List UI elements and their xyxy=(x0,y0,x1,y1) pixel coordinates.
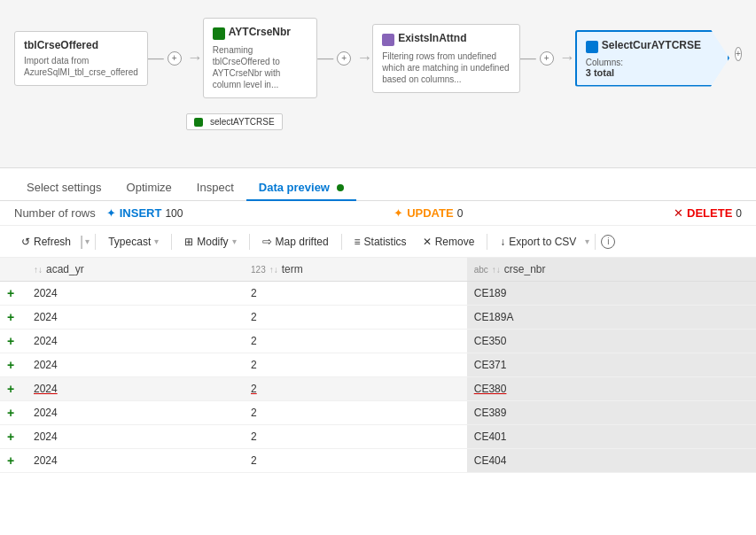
cell-acad-yr: 2024 xyxy=(27,306,244,330)
cell-term: 2 xyxy=(244,282,467,306)
row-plus[interactable]: + xyxy=(0,401,27,425)
divider-5 xyxy=(487,234,487,250)
insert-label: INSERT xyxy=(120,206,162,220)
map-drifted-icon: ⇨ xyxy=(262,235,272,248)
tab-select-settings[interactable]: Select settings xyxy=(14,175,114,201)
insert-star: ✦ xyxy=(106,206,116,220)
arrow-5: — xyxy=(520,49,536,67)
arrow-2: → xyxy=(187,49,203,67)
bottom-section: Select settings Optimize Inspect Data pr… xyxy=(0,168,756,535)
add-btn-1[interactable]: + xyxy=(168,51,182,66)
node-title-4: SelectCurAYTCRSE xyxy=(602,39,701,51)
statistics-label: Statistics xyxy=(364,236,407,248)
row-plus[interactable]: + xyxy=(0,425,27,449)
node-columns-4: 3 total xyxy=(586,67,701,78)
row-plus[interactable]: + xyxy=(0,306,27,330)
col-header-crse: crse_nbr xyxy=(504,263,546,275)
cell-term: 2 xyxy=(244,330,467,353)
table-row: +20242CE371 xyxy=(0,353,756,377)
tab-inspect[interactable]: Inspect xyxy=(184,175,246,201)
cell-term: 2 xyxy=(244,306,467,330)
node-box-AYTCrseNbr[interactable]: AYTCrseNbr Renaming tblCrseOffered to AY… xyxy=(203,18,317,98)
table-row: +20242CE380 xyxy=(0,377,756,401)
remove-button[interactable]: ✕ Remove xyxy=(416,232,482,252)
connector-2: — + → xyxy=(317,49,372,67)
node-tblCrseOffered: tblCrseOffered Import data from AzureSql… xyxy=(14,31,148,86)
node-box-select[interactable]: SelectCurAYTCRSE Columns: 3 total xyxy=(575,30,729,87)
update-label: UPDATE xyxy=(407,206,453,220)
cell-term: 2 xyxy=(244,425,467,449)
arrow-4: → xyxy=(356,49,372,67)
node-desc-1: Import data from AzureSqlMI_tbl_crse_off… xyxy=(24,55,138,78)
sort-icon-term: ↑↓ xyxy=(269,265,278,275)
th-acad-yr[interactable]: ↑↓ acad_yr xyxy=(27,258,244,282)
modify-button[interactable]: ⊞ Modify ▾ xyxy=(177,232,243,252)
refresh-button[interactable]: ↺ Refresh xyxy=(14,232,78,252)
table-row: +20242CE350 xyxy=(0,330,756,353)
tab-optimize[interactable]: Optimize xyxy=(114,175,184,201)
node-box-ExistsInAttnd[interactable]: ExistsInAttnd Filtering rows from undefi… xyxy=(372,24,520,93)
node-box-tblCrseOffered[interactable]: tblCrseOffered Import data from AzureSql… xyxy=(14,31,148,86)
info-icon[interactable]: i xyxy=(601,235,615,249)
export-icon: ↓ xyxy=(500,236,505,248)
node-title-1: tblCrseOffered xyxy=(24,39,138,51)
term-badge: 123 xyxy=(251,265,266,275)
refresh-dropdown[interactable]: ▾ xyxy=(85,236,90,246)
table-header-row: ↑↓ acad_yr 123 ↑↓ term abc xyxy=(0,258,756,282)
row-plus[interactable]: + xyxy=(0,449,27,473)
remove-label: Remove xyxy=(435,236,475,248)
cell-term: 2 xyxy=(244,401,467,425)
arrow-1: — xyxy=(148,49,164,67)
divider-3 xyxy=(249,234,250,250)
refresh-chevron[interactable]: | xyxy=(80,234,83,250)
export-chevron[interactable]: ▾ xyxy=(585,236,589,246)
table-row: +20242CE189A xyxy=(0,306,756,330)
typecast-button[interactable]: Typecast ▾ xyxy=(101,232,166,252)
sort-icon-crse: ↑↓ xyxy=(492,265,501,275)
refresh-label: Refresh xyxy=(34,236,71,248)
divider-4 xyxy=(341,234,342,250)
tab-data-preview-label: Data preview xyxy=(259,181,330,194)
pipeline-nodes: tblCrseOffered Import data from AzureSql… xyxy=(14,18,742,98)
cell-crse-nbr: CE401 xyxy=(467,425,756,449)
add-btn-2[interactable]: + xyxy=(337,51,351,66)
th-crse-nbr[interactable]: abc ↑↓ crse_nbr xyxy=(467,258,756,282)
node-icon-row-4: SelectCurAYTCRSE xyxy=(586,39,701,55)
update-val: 0 xyxy=(457,207,464,220)
sub-node-selectAYTCRSE[interactable]: selectAYTCRSE xyxy=(186,113,283,130)
add-btn-4[interactable]: + xyxy=(735,47,742,61)
cell-crse-nbr: CE389 xyxy=(467,401,756,425)
sub-node-label: selectAYTCRSE xyxy=(210,117,275,127)
typecast-chevron: ▾ xyxy=(154,236,159,246)
row-plus[interactable]: + xyxy=(0,353,27,377)
cell-term: 2 xyxy=(244,353,467,377)
row-label: Number of rows xyxy=(14,206,96,220)
pipeline-area: tblCrseOffered Import data from AzureSql… xyxy=(0,0,756,168)
statistics-button[interactable]: ≡ Statistics xyxy=(347,232,414,252)
add-btn-3[interactable]: + xyxy=(540,51,554,66)
modify-icon: ⊞ xyxy=(184,236,193,248)
tab-data-preview[interactable]: Data preview xyxy=(246,175,356,201)
row-plus[interactable]: + xyxy=(0,282,27,306)
row-plus[interactable]: + xyxy=(0,377,27,401)
cell-term: 2 xyxy=(244,449,467,473)
blue-icon-4 xyxy=(586,41,598,53)
th-term[interactable]: 123 ↑↓ term xyxy=(244,258,467,282)
data-table: ↑↓ acad_yr 123 ↑↓ term abc xyxy=(0,258,756,473)
connector-3: — + → xyxy=(520,49,575,67)
remove-icon: ✕ xyxy=(423,236,432,248)
export-csv-button[interactable]: ↓ Export to CSV xyxy=(493,232,583,252)
cell-crse-nbr: CE189 xyxy=(467,282,756,306)
delete-x: ✕ xyxy=(674,206,683,220)
data-table-container: ↑↓ acad_yr 123 ↑↓ term abc xyxy=(0,258,756,535)
cell-acad-yr: 2024 xyxy=(27,282,244,306)
map-drifted-button[interactable]: ⇨ Map drifted xyxy=(255,231,336,252)
cell-acad-yr: 2024 xyxy=(27,377,244,401)
node-title-2: AYTCrseNbr xyxy=(229,26,291,38)
row-plus[interactable]: + xyxy=(0,330,27,353)
typecast-label: Typecast xyxy=(108,236,151,248)
export-label: Export to CSV xyxy=(509,236,576,248)
divider-2 xyxy=(171,234,172,250)
arrow-6: → xyxy=(559,49,575,67)
node-desc-2: Renaming tblCrseOffered to AYTCrseNbr wi… xyxy=(213,44,308,90)
